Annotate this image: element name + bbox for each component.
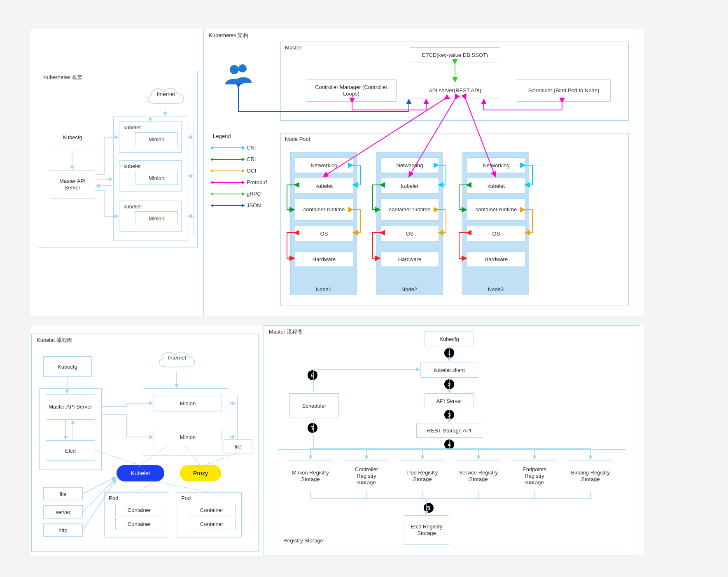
etcd-registry: Etcd Registry Storage	[404, 515, 449, 545]
kf-pod-1: Pod Container Container	[104, 492, 169, 537]
legend-cri: CRI	[213, 156, 256, 162]
reg-binding: Binding Registry Storage	[568, 460, 613, 492]
kf-minion-2: Minion	[154, 429, 222, 445]
reg-pod: Pod Registry Storage	[400, 460, 445, 492]
kf-container-1a: Container	[115, 504, 163, 516]
legend-oci: OCI	[213, 168, 256, 174]
kubelet-box-3: kubelet Minion	[119, 201, 182, 232]
step-3: 3	[444, 410, 454, 420]
master-flow-title: Master 流程图	[269, 328, 303, 336]
node-2: Networking kubelet container runtime OS …	[376, 152, 443, 295]
cloud-label-2: Internet	[154, 355, 200, 361]
mf-kubecfg: Kubecfg	[425, 332, 474, 346]
mf-scheduler: Scheduler	[289, 393, 339, 418]
box-controller: Controller Manager (Controller Loops)	[306, 79, 397, 102]
proxy-pill: Proxy	[180, 465, 221, 481]
box-master-api: Master API Server	[50, 170, 95, 199]
svg-line-28	[83, 477, 116, 494]
kubelet-flow-title: Kubelet 流程图	[37, 336, 72, 344]
kf-src-server: server	[43, 505, 83, 519]
step-1: 1	[444, 348, 454, 358]
svg-point-10	[238, 64, 247, 72]
legend-title: Legend	[213, 133, 231, 139]
panel-k8s-arch: Kubernetes 架构 Master ETCD(key-value DB,S…	[203, 29, 639, 316]
panel-kubelet-flow: Kubelet 流程图 Internet Kubecfg Master API …	[31, 334, 259, 552]
arch-title: Kubernetes 架构	[209, 32, 248, 39]
step-7: 7	[308, 423, 317, 433]
minion-1: Minion	[135, 132, 178, 146]
framework-title: Kubernetes 框架	[43, 74, 83, 81]
mf-api-server: API Server	[425, 393, 474, 408]
mf-kubelet-client: kubelet client	[420, 362, 478, 378]
svg-line-25	[155, 481, 209, 492]
kubelet-box-1: kubelet Minion	[119, 121, 182, 153]
panel-master-flow: Master 流程图 Kubecfg kubelet client API Se…	[264, 325, 639, 556]
legend-json: JSON	[213, 202, 261, 208]
svg-point-9	[230, 65, 239, 74]
panel-k8s-framework: Kubernetes 框架 Internet Kubecfg Master AP…	[38, 71, 198, 248]
users-icon	[223, 63, 255, 87]
box-kubecfg: Kubecfg	[50, 125, 95, 150]
kf-pod-2: Pod Container Container	[177, 492, 242, 537]
kubelet-box-2: kubelet Minion	[119, 160, 182, 192]
reg-service: Service Registry Storage	[456, 460, 501, 492]
reg-endpoints: Endpoints Registry Storage	[512, 460, 557, 492]
kubelet-pill: Kubelet	[117, 465, 164, 481]
node-1: Networking kubelet container runtime OS …	[290, 152, 357, 295]
reg-minion: Minion Registry Storage	[288, 460, 333, 492]
legend-grpc: gRPC	[213, 191, 261, 197]
reg-controller: Controller Registry Storage	[344, 460, 389, 492]
kf-minion-1: Minion	[154, 395, 222, 411]
kf-src-http: http	[43, 523, 83, 537]
kf-container-2b: Container	[188, 518, 236, 530]
step-6: 6	[308, 370, 317, 380]
minion-3: Minion	[135, 211, 178, 225]
legend-cni: CNI	[213, 145, 256, 151]
kf-etcd: Etcd	[46, 440, 95, 461]
node-3: Networking kubelet container runtime OS …	[462, 152, 529, 295]
box-etcd: ETCD(key-value DB,SSOT)	[410, 47, 500, 63]
step-4: 4	[444, 439, 454, 449]
kf-src-file: file	[43, 487, 83, 500]
minion-2: Minion	[135, 171, 178, 185]
legend-protobuf: Protobuf	[213, 179, 267, 185]
kf-container-2a: Container	[188, 504, 236, 516]
cloud-label: Internet	[143, 91, 189, 97]
kf-master-api: Master API Server	[46, 394, 95, 420]
mf-rest-storage: REST Storage API	[416, 423, 482, 438]
kf-kubecfg: Kubecfg	[43, 356, 92, 377]
step-2: 2	[444, 379, 454, 389]
svg-line-24	[136, 481, 155, 492]
kf-file: file	[224, 439, 252, 453]
box-scheduler: Scheduler (Bind Pod to Node)	[517, 79, 611, 102]
step-5: 5	[424, 503, 434, 513]
box-api-server: API server(REST API)	[410, 83, 500, 98]
kf-container-1b: Container	[115, 518, 163, 530]
diagram-canvas: Kubernetes 框架 Internet Kubecfg Master AP…	[0, 0, 728, 577]
